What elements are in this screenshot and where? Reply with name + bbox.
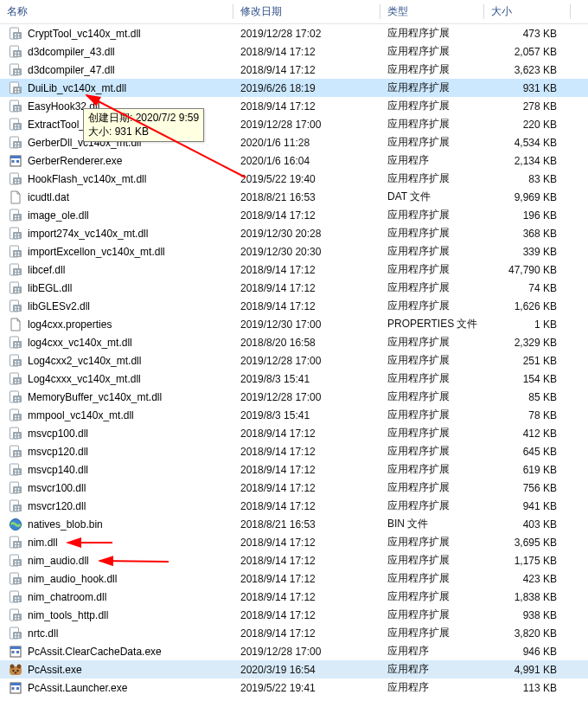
dll-icon bbox=[9, 263, 22, 277]
file-type-cell: 应用程序扩展 bbox=[380, 462, 484, 477]
file-row[interactable]: msvcp100.dll2018/9/14 17:12应用程序扩展412 KB bbox=[0, 424, 588, 442]
file-date-cell: 2018/9/14 17:12 bbox=[233, 573, 380, 585]
column-header-size[interactable]: 大小 bbox=[484, 1, 571, 23]
svg-point-121 bbox=[18, 434, 20, 435]
file-row[interactable]: libEGL.dll2018/9/14 17:12应用程序扩展74 KB bbox=[0, 279, 588, 297]
file-row[interactable]: libcef.dll2018/9/14 17:12应用程序扩展47,790 KB bbox=[0, 260, 588, 279]
svg-point-50 bbox=[15, 182, 16, 183]
file-row[interactable]: DuiLib_vc140x_mt.dll2019/6/26 18:19应用程序扩… bbox=[0, 79, 588, 97]
svg-point-86 bbox=[15, 309, 16, 311]
file-row[interactable]: d3dcompiler_43.dll2018/9/14 17:12应用程序扩展2… bbox=[0, 42, 588, 61]
svg-point-184 bbox=[15, 636, 16, 638]
file-name-cell: log4cxx_vc140x_mt.dll bbox=[0, 336, 233, 350]
svg-point-192 bbox=[17, 664, 22, 668]
file-size-cell: 113 KB bbox=[484, 682, 571, 694]
file-type-cell: 应用程序扩展 bbox=[380, 44, 484, 59]
file-row[interactable]: import274x_vc140x_mt.dll2019/12/30 20:28… bbox=[0, 224, 588, 242]
svg-point-135 bbox=[18, 473, 20, 474]
file-row[interactable]: GerberRenderer.exe2020/1/6 16:04应用程序2,13… bbox=[0, 151, 588, 170]
svg-point-22 bbox=[15, 91, 16, 93]
svg-rect-119 bbox=[13, 432, 22, 439]
svg-point-74 bbox=[15, 273, 16, 274]
file-type-cell: 应用程序扩展 bbox=[380, 371, 484, 386]
svg-point-144 bbox=[15, 506, 16, 508]
file-row[interactable]: nim_audio.dll2018/9/14 17:12应用程序扩展1,175 … bbox=[0, 551, 588, 569]
svg-point-173 bbox=[18, 600, 20, 601]
file-row[interactable]: msvcr100.dll2018/9/14 17:12应用程序扩展756 KB bbox=[0, 479, 588, 497]
file-row[interactable]: nrtc.dll2018/9/14 17:12应用程序扩展3,820 KB bbox=[0, 624, 588, 642]
svg-point-16 bbox=[15, 73, 16, 74]
file-name-label: msvcr100.dll bbox=[28, 482, 86, 494]
file-row[interactable]: msvcp120.dll2018/9/14 17:12应用程序扩展645 KB bbox=[0, 442, 588, 460]
file-name-cell: nim_audio.dll bbox=[0, 554, 233, 568]
file-date-cell: 2019/12/30 20:28 bbox=[233, 228, 380, 240]
file-row[interactable]: PcAssit.ClearCacheData.exe2019/12/28 17:… bbox=[0, 642, 588, 660]
file-type-cell: 应用程序扩展 bbox=[380, 608, 484, 622]
svg-point-122 bbox=[15, 436, 16, 438]
column-header-type[interactable]: 类型 bbox=[380, 1, 484, 23]
file-type-cell: BIN 文件 bbox=[380, 517, 484, 531]
file-name-label: nim_audio.dll bbox=[28, 555, 89, 567]
file-row[interactable]: libGLESv2.dll2018/9/14 17:12应用程序扩展1,626 … bbox=[0, 297, 588, 315]
file-row[interactable]: HookFlash_vc140x_mt.dll2019/5/22 19:40应用… bbox=[0, 170, 588, 188]
svg-point-62 bbox=[15, 236, 16, 238]
column-header-name[interactable]: 名称 bbox=[0, 1, 233, 23]
file-name-cell: GerberRenderer.exe bbox=[0, 154, 233, 168]
svg-rect-1 bbox=[13, 32, 22, 39]
svg-point-99 bbox=[18, 363, 20, 365]
svg-point-98 bbox=[15, 363, 16, 365]
file-row[interactable]: Log4cxxx_vc140x_mt.dll2019/8/3 15:41应用程序… bbox=[0, 370, 588, 388]
file-row[interactable]: nim_audio_hook.dll2018/9/14 17:12应用程序扩展4… bbox=[0, 569, 588, 588]
svg-point-20 bbox=[15, 88, 16, 90]
file-date-cell: 2018/9/14 17:12 bbox=[233, 482, 380, 494]
file-name-label: DuiLib_vc140x_mt.dll bbox=[28, 82, 126, 94]
svg-rect-189 bbox=[16, 651, 19, 653]
svg-rect-169 bbox=[13, 595, 22, 602]
svg-point-84 bbox=[15, 306, 16, 308]
file-row[interactable]: PcAssit.Launcher.exe2019/5/22 19:41应用程序1… bbox=[0, 678, 588, 697]
file-size-cell: 412 KB bbox=[484, 428, 571, 440]
column-header-date[interactable]: 修改日期 bbox=[233, 1, 380, 23]
dll-icon bbox=[9, 81, 22, 95]
file-name-cell: msvcp140.dll bbox=[0, 463, 233, 477]
svg-point-146 bbox=[15, 509, 16, 511]
file-row[interactable]: PcAssit.exe2020/3/19 16:54应用程序4,991 KB bbox=[0, 660, 588, 678]
file-type-cell: 应用程序扩展 bbox=[380, 208, 484, 222]
column-separator[interactable] bbox=[570, 4, 571, 19]
file-row[interactable]: image_ole.dll2018/9/14 17:12应用程序扩展196 KB bbox=[0, 206, 588, 224]
file-row[interactable]: msvcp140.dll2018/9/14 17:12应用程序扩展619 KB bbox=[0, 460, 588, 479]
file-type-cell: 应用程序扩展 bbox=[380, 498, 484, 513]
file-row[interactable]: nim_tools_http.dll2018/9/14 17:12应用程序扩展9… bbox=[0, 606, 588, 624]
dll-icon bbox=[9, 136, 22, 150]
file-date-cell: 2018/9/14 17:12 bbox=[233, 300, 380, 312]
file-date-cell: 2018/9/14 17:12 bbox=[233, 555, 380, 567]
svg-point-72 bbox=[15, 270, 16, 272]
file-type-cell: 应用程序扩展 bbox=[380, 117, 484, 132]
file-row[interactable]: icudtl.dat2018/8/21 16:53DAT 文件9,969 KB bbox=[0, 188, 588, 206]
svg-point-176 bbox=[15, 615, 16, 617]
file-row[interactable]: mmpool_vc140x_mt.dll2019/8/3 15:41应用程序扩展… bbox=[0, 406, 588, 424]
file-row[interactable]: msvcr120.dll2018/9/14 17:12应用程序扩展941 KB bbox=[0, 497, 588, 515]
file-type-cell: 应用程序扩展 bbox=[380, 99, 484, 113]
svg-point-73 bbox=[18, 270, 20, 272]
file-row[interactable]: natives_blob.bin2018/8/21 16:53BIN 文件403… bbox=[0, 515, 588, 533]
svg-point-159 bbox=[18, 561, 20, 563]
file-row[interactable]: CryptTool_vc140x_mt.dll2019/12/28 17:02应… bbox=[0, 24, 588, 42]
svg-point-177 bbox=[18, 615, 20, 617]
svg-point-17 bbox=[18, 73, 20, 74]
file-name-cell: icudtl.dat bbox=[0, 190, 233, 204]
svg-point-152 bbox=[15, 543, 16, 544]
file-row[interactable]: log4cxx.properties2019/12/30 17:00PROPER… bbox=[0, 315, 588, 333]
file-row[interactable]: nim_chatroom.dll2018/9/14 17:12应用程序扩展1,8… bbox=[0, 588, 588, 606]
file-row[interactable]: nim.dll2018/9/14 17:12应用程序扩展3,695 KB bbox=[0, 533, 588, 551]
file-name-label: GerberRenderer.exe bbox=[28, 155, 122, 167]
file-row[interactable]: log4cxx_vc140x_mt.dll2018/8/20 16:58应用程序… bbox=[0, 333, 588, 351]
file-row[interactable]: d3dcompiler_47.dll2018/9/14 17:12应用程序扩展3… bbox=[0, 61, 588, 79]
file-row[interactable]: MemoryBuffer_vc140x_mt.dll2019/12/28 17:… bbox=[0, 388, 588, 406]
svg-point-138 bbox=[15, 488, 16, 490]
svg-rect-31 bbox=[13, 123, 22, 130]
file-row[interactable]: Log4cxx2_vc140x_mt.dll2019/12/28 17:00应用… bbox=[0, 351, 588, 370]
file-name-cell: image_ole.dll bbox=[0, 209, 233, 222]
file-row[interactable]: importExcellon_vc140x_mt.dll2019/12/30 2… bbox=[0, 242, 588, 260]
dll-icon bbox=[9, 554, 22, 568]
